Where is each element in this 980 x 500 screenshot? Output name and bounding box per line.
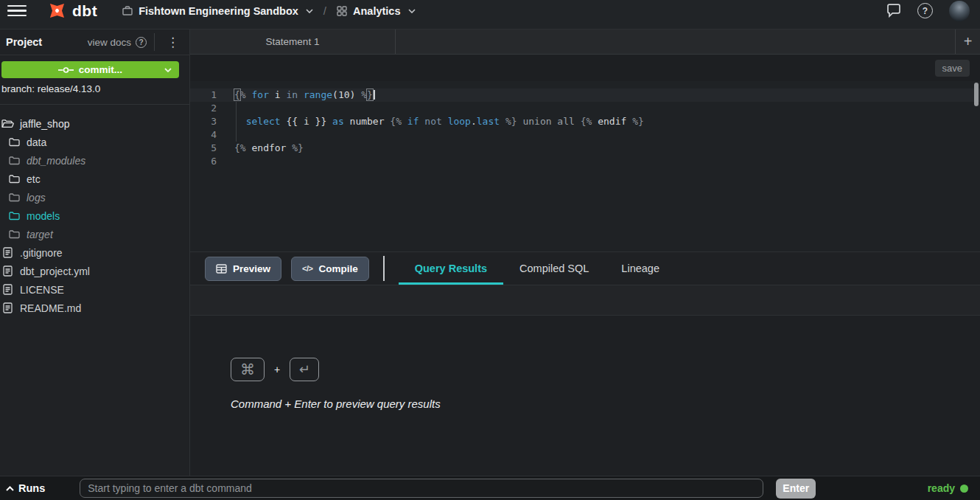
editor-pane: Statement 1 + save 1{% for i in range(10… [190,29,980,476]
new-tab-button[interactable]: + [955,29,980,54]
commit-button[interactable]: commit... [1,61,179,78]
view-docs-link[interactable]: view docs ? [88,37,147,48]
line-number: 1 [190,88,217,102]
text-cursor [374,90,375,100]
tree-item-jaffle-shop[interactable]: jaffle_shop [0,114,189,133]
results-tabs: Query ResultsCompiled SQLLineage [399,252,676,285]
save-row: save [190,55,980,81]
account-selector[interactable]: Fishtown Engineering Sandbox [122,5,313,17]
sidebar: Project view docs ? ⋮ commit... [0,29,190,476]
tree-item-label: dbt_project.yml [20,265,90,277]
tree-item-license[interactable]: LICENSE [0,280,189,299]
divider [154,33,155,51]
runs-toggle[interactable]: Runs [6,482,45,494]
code-line-4[interactable]: 4 [190,128,980,142]
tree-item-target[interactable]: target [0,225,189,243]
chevron-down-icon [164,68,172,72]
code-line-6[interactable]: 6 [190,155,980,168]
chat-icon[interactable] [886,4,901,18]
tree-item-logs[interactable]: logs [0,188,189,206]
tree-item-label: README.md [20,302,81,314]
code-line-2[interactable]: 2 [190,102,980,115]
tree-item-label: dbt_modules [27,155,85,167]
tree-item-label: target [27,229,53,240]
file-icon [1,302,14,313]
tree-item-dbt-modules[interactable]: dbt_modules [0,151,189,170]
code-line-3[interactable]: 3 select {{ i }} as number {% if not loo… [190,115,980,128]
keys-row: ⌘ + ↵ [231,358,980,381]
tree-item-label: models [27,210,60,222]
briefcase-icon [122,6,133,15]
plus-separator: + [274,364,280,375]
code-text: {% for i in range(10) %} [234,88,375,102]
dbt-logo: dbt [47,1,97,21]
tab-lineage[interactable]: Lineage [605,252,676,285]
help-icon[interactable]: ? [917,3,933,18]
results-toolbar: Preview </> Compile Query ResultsCompile… [190,251,980,285]
file-tree: jaffle_shopdatadbt_modulesetclogsmodelst… [0,105,189,317]
enter-button[interactable]: Enter [776,479,816,499]
commit-area: commit... [0,55,189,78]
line-number: 2 [190,102,217,115]
save-button[interactable]: save [935,60,970,77]
user-avatar[interactable] [949,1,970,21]
tab-compiled-sql[interactable]: Compiled SQL [503,252,605,285]
breadcrumb-separator: / [323,4,326,17]
hint-text: Command + Enter to preview query results [231,397,980,410]
code-text: {% endfor %} [234,142,304,155]
indent-guide [236,102,237,142]
line-number: 6 [190,155,217,168]
dbt-logo-mark-icon [43,0,71,25]
dbt-ide-app: dbt Fishtown Engineering Sandbox / Analy… [0,0,980,500]
hamburger-menu-icon[interactable] [7,5,27,16]
status-label: ready [928,482,955,494]
folder-icon [8,174,21,184]
tree-item-readme-md[interactable]: README.md [0,299,189,317]
divider [383,256,385,281]
table-icon [216,264,227,274]
tree-item-models[interactable]: models [0,206,189,225]
dbt-command-input[interactable] [80,479,763,498]
tree-item-label: etc [27,173,41,185]
chevron-down-icon [306,9,313,13]
project-selector[interactable]: Analytics [337,5,415,17]
branch-label: branch: release/4.13.0 [0,78,189,101]
bottom-bar: Runs Enter ready [0,476,980,500]
project-header: Project view docs ? ⋮ [0,29,189,55]
compile-button[interactable]: </> Compile [291,257,369,281]
folder-icon [8,156,21,165]
tree-item-label: LICENSE [20,284,64,296]
line-number: 3 [190,115,217,128]
tab-query-results[interactable]: Query Results [399,252,503,285]
folder-icon [8,192,21,202]
line-number: 5 [190,142,217,155]
code-line-1[interactable]: 1{% for i in range(10) %} [190,88,980,102]
file-icon [1,265,14,277]
folder-icon [8,137,21,147]
tree-item-dbt-project-yml[interactable]: dbt_project.yml [0,262,189,280]
editor-scrollbar[interactable] [974,83,979,106]
command-key-icon: ⌘ [231,358,265,381]
status-indicator: ready [928,482,968,494]
folder-open-icon [1,119,14,128]
code-editor[interactable]: 1{% for i in range(10) %}23 select {{ i … [190,81,980,251]
tree-item-label: jaffle_shop [20,118,69,130]
editor-tab-bar: Statement 1 + [190,29,980,55]
grid-icon [337,6,347,16]
shortcut-hint: ⌘ + ↵ Command + Enter to preview query r… [231,358,980,410]
tree-item-etc[interactable]: etc [0,170,189,188]
tree-item-data[interactable]: data [0,133,189,151]
status-dot-icon [960,485,968,493]
code-icon: </> [302,264,312,273]
kebab-menu-icon[interactable]: ⋮ [162,35,183,50]
project-title: Project [6,36,42,48]
question-circle-icon: ? [136,37,147,48]
preview-button[interactable]: Preview [205,257,281,281]
results-body: ⌘ + ↵ Command + Enter to preview query r… [190,316,980,476]
folder-icon [8,211,21,221]
code-line-5[interactable]: 5{% endfor %} [190,142,980,155]
folder-icon [8,229,21,239]
tree-item--gitignore[interactable]: .gitignore [0,243,189,262]
tree-item-label: logs [27,192,46,204]
statement-tab[interactable]: Statement 1 [190,29,396,54]
